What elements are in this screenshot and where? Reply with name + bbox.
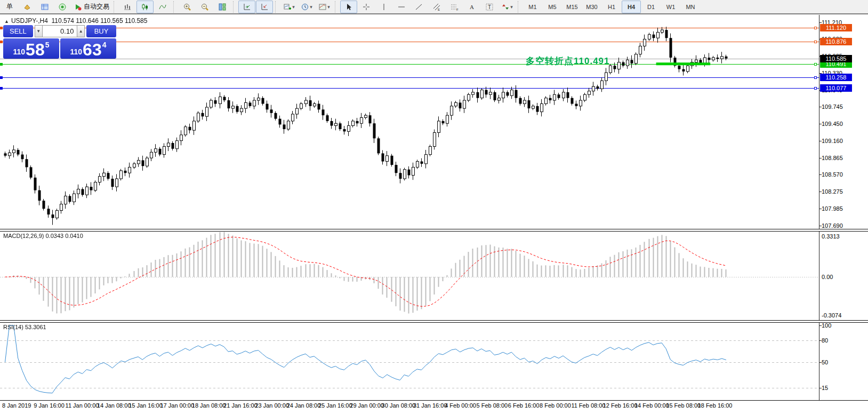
price-tick-label: 109.450 xyxy=(822,121,843,127)
auto-scroll-button[interactable] xyxy=(238,1,255,13)
price-tick-label: 108.570 xyxy=(822,171,843,178)
sell-price-tile[interactable]: 110 58 5 xyxy=(3,38,59,59)
price-tick-label: 107.985 xyxy=(822,205,843,212)
ohlc-values: 110.574 110.646 110.565 110.585 xyxy=(52,17,148,25)
sell-price-small: 110 xyxy=(13,47,26,56)
time-axis-label: 18 Feb 16:00 xyxy=(698,402,733,409)
time-axis-label: 31 Jan 16:00 xyxy=(413,402,447,409)
templates-button[interactable]: ▾ xyxy=(316,1,333,13)
text-button[interactable]: A xyxy=(463,1,480,13)
zoom-in-button[interactable] xyxy=(179,1,196,13)
pane-separator[interactable] xyxy=(0,229,868,232)
one-click-trading-panel: SELL ▼ 0.10 ▲ BUY 110 58 5 110 63 4 xyxy=(3,25,116,59)
hline-price-tag: 110.258 xyxy=(820,74,852,81)
timeframe-button-h4[interactable]: H4 xyxy=(622,1,641,13)
indicators-button[interactable]: ▾ xyxy=(280,1,298,13)
timeframe-button-m30[interactable]: M30 xyxy=(582,1,601,13)
toolbar-separator xyxy=(233,1,236,13)
new-order-button[interactable]: 单 xyxy=(1,1,18,13)
channel-button[interactable]: E xyxy=(428,1,445,13)
data-window-icon[interactable] xyxy=(36,1,53,13)
hline-left-handle[interactable] xyxy=(0,76,3,79)
time-axis-label: 11 Feb 08:00 xyxy=(571,402,605,409)
toolbar-separator xyxy=(335,1,338,13)
sell-button[interactable]: SELL xyxy=(3,25,33,37)
autotrading-button[interactable]: 自动交易 xyxy=(71,1,111,13)
toolbar-separator xyxy=(114,1,117,13)
hline-left-handle[interactable] xyxy=(0,27,3,29)
toolbar: 单自动交易▾▾▾EFAT▾M1M5M15M30H1H4D1W1MN xyxy=(0,0,868,14)
crosshair-button[interactable] xyxy=(358,1,375,13)
timeframe-button-m5[interactable]: M5 xyxy=(543,1,562,13)
time-axis-label: 21 Jan 16:00 xyxy=(223,402,258,409)
svg-text:A: A xyxy=(470,4,474,10)
symbol-period-label: USDJPY-,H4 xyxy=(11,17,48,25)
hline-right-handle[interactable] xyxy=(814,41,817,43)
hline-left-handle[interactable] xyxy=(0,87,3,90)
time-axis-label: 29 Jan 00:00 xyxy=(350,402,384,409)
chart-shift-button[interactable] xyxy=(256,1,273,13)
periods-button[interactable]: ▾ xyxy=(298,1,315,13)
time-axis-label: 11 Jan 00:00 xyxy=(66,402,99,409)
rsi-scale-label: 80 xyxy=(822,337,828,344)
fibonacci-button[interactable]: F xyxy=(446,1,463,13)
volume-increase-button[interactable]: ▲ xyxy=(77,25,85,37)
rsi-tick-mark xyxy=(819,388,822,388)
arrows-button[interactable]: ▾ xyxy=(499,1,516,13)
zoom-out-button[interactable] xyxy=(196,1,213,13)
timeframe-button-w1[interactable]: W1 xyxy=(661,1,680,13)
rsi-label: RSI(14) 53.3061 xyxy=(3,324,46,330)
chart-text-annotation[interactable]: 多空转折点110.491 xyxy=(526,55,610,67)
navigator-icon[interactable] xyxy=(54,1,71,13)
mt4-terminal-window: 单自动交易▾▾▾EFAT▾M1M5M15M30H1H4D1W1MN 多空转折点1… xyxy=(0,0,868,414)
trendline-button[interactable] xyxy=(411,1,428,13)
timeframe-button-d1[interactable]: D1 xyxy=(641,1,661,13)
hline-right-handle[interactable] xyxy=(814,76,817,79)
cursor-button[interactable] xyxy=(340,1,357,13)
toolbar-separator xyxy=(518,1,521,13)
time-axis-label: 6 Feb 16:00 xyxy=(508,402,540,409)
svg-text:F: F xyxy=(456,8,459,11)
vertical-line-button[interactable] xyxy=(375,1,392,13)
tile-windows-button[interactable] xyxy=(214,1,231,13)
line-chart-button[interactable] xyxy=(154,1,171,13)
rsi-tick-mark xyxy=(819,362,822,363)
buy-price-big: 63 xyxy=(83,42,102,58)
timeframe-button-m15[interactable]: M15 xyxy=(562,1,582,13)
volume-input[interactable]: 0.10 xyxy=(43,25,77,37)
chart-title: ▲USDJPY-,H4 110.574 110.646 110.565 110.… xyxy=(4,17,147,25)
buy-button[interactable]: BUY xyxy=(86,25,116,37)
price-tick-label: 108.275 xyxy=(822,188,843,195)
hline-left-handle[interactable] xyxy=(0,41,3,43)
time-axis-label: 15 Jan 16:00 xyxy=(128,402,163,409)
horizontal-line-button[interactable] xyxy=(393,1,410,13)
volume-decrease-button[interactable]: ▼ xyxy=(35,25,43,37)
hline-left-handle[interactable] xyxy=(0,63,3,66)
macd-scale-bottom: -0.3074 xyxy=(822,312,841,319)
bar-chart-button[interactable] xyxy=(119,1,136,13)
candlestick-button[interactable] xyxy=(136,1,154,13)
rsi-scale-label: 15 xyxy=(822,385,828,391)
timeframe-button-h1[interactable]: H1 xyxy=(602,1,621,13)
rsi-scale-label: 50 xyxy=(822,359,828,365)
time-axis-label: 5 Feb 08:00 xyxy=(477,402,508,409)
collapse-icon[interactable]: ▲ xyxy=(4,19,9,24)
timeframe-button-m1[interactable]: M1 xyxy=(523,1,542,13)
market-watch-icon[interactable] xyxy=(19,1,36,13)
time-axis-label: 18 Jan 08:00 xyxy=(192,402,226,409)
hline-right-handle[interactable] xyxy=(814,63,817,66)
text-label-button[interactable]: T xyxy=(481,1,498,13)
hline-right-handle[interactable] xyxy=(814,87,817,90)
timeframe-button-mn[interactable]: MN xyxy=(681,1,700,13)
macd-scale-zero: 0.00 xyxy=(822,274,833,280)
main-chart-canvas[interactable] xyxy=(0,15,819,228)
hline-price-tag: 111.120 xyxy=(820,24,852,31)
time-axis-label: 15 Feb 08:00 xyxy=(666,402,701,409)
macd-canvas[interactable] xyxy=(0,231,819,320)
time-axis-label: 4 Feb 00:00 xyxy=(445,402,476,409)
buy-price-tile[interactable]: 110 63 4 xyxy=(60,38,116,59)
hline-right-handle[interactable] xyxy=(814,27,817,29)
rsi-tick-mark xyxy=(819,325,822,326)
pane-separator[interactable] xyxy=(0,320,868,323)
rsi-canvas[interactable] xyxy=(0,322,819,400)
